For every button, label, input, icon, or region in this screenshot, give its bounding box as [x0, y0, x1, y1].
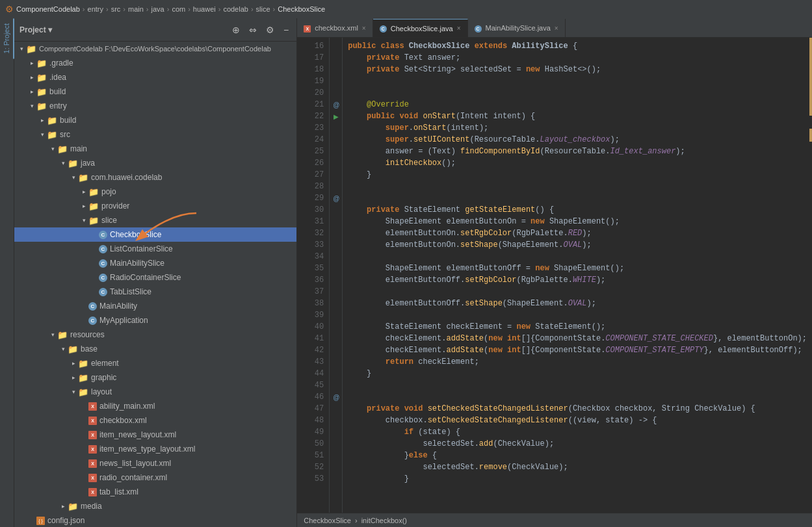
tree-item-provider[interactable]: ▸📁provider — [14, 199, 296, 213]
tree-label: provider — [101, 201, 129, 211]
tab-close-MainAbilitySlice_java[interactable]: × — [555, 25, 558, 32]
gutter-marker-51 — [330, 450, 343, 461]
gutter-marker-39 — [330, 309, 343, 321]
tree-item-idea[interactable]: ▸📁.idea — [14, 70, 296, 84]
collapse-icon[interactable]: ⇔ — [246, 23, 259, 36]
file-icon-config: { } — [36, 516, 45, 525]
code-editor[interactable]: 1617181920212223242526272829303132333435… — [297, 38, 812, 513]
tree-item-root[interactable]: ▾📁ComponentCodelab F:\DevEcoWorkSpace\co… — [14, 42, 296, 56]
tree-label: item_news_layout.xml — [99, 430, 176, 439]
tree-label: CheckboxSlice — [110, 230, 161, 239]
tree-item-pojo[interactable]: ▸📁pojo — [14, 185, 296, 199]
breadcrumb-codelab[interactable]: codelab — [223, 5, 248, 13]
line-number: 24 — [300, 134, 324, 146]
tree-label: java — [81, 159, 95, 168]
line-number: 47 — [300, 403, 324, 415]
breadcrumb-main[interactable]: main — [128, 5, 144, 13]
line-number: 38 — [300, 298, 324, 309]
tree-item-news_list_layout[interactable]: Xnews_list_layout.xml — [14, 456, 296, 470]
tree-item-element[interactable]: ▸📁element — [14, 356, 296, 370]
tree-item-entry[interactable]: ▾📁entry — [14, 99, 296, 113]
tree-label: MainAbility — [99, 302, 137, 311]
tree-item-build[interactable]: ▸📁build — [14, 84, 296, 99]
tree-item-checkbox[interactable]: Xcheckbox.xml — [14, 413, 296, 428]
locate-icon[interactable]: ⊕ — [229, 23, 242, 36]
tab-CheckboxSlice_java[interactable]: CCheckboxSlice.java× — [373, 19, 468, 37]
line-number: 28 — [300, 181, 324, 192]
tree-item-TabListSlice[interactable]: CTabListSlice — [14, 285, 296, 299]
breadcrumb-class: CheckboxSlice — [278, 5, 325, 13]
tree-item-slice[interactable]: ▾📁slice — [14, 213, 296, 227]
gutter-marker-42 — [330, 344, 343, 356]
tree-item-ListContainerSlice[interactable]: CListContainerSlice — [14, 242, 296, 256]
code-line-40: StateElement checkElement = new StateEle… — [348, 321, 807, 333]
tree-item-item_news_layout[interactable]: Xitem_news_layout.xml — [14, 428, 296, 442]
file-icon-folder: 📁 — [36, 87, 47, 97]
code-line-37 — [348, 286, 807, 298]
tree-item-com[interactable]: ▾📁com.huawei.codelab — [14, 170, 296, 185]
code-line-28 — [348, 181, 807, 192]
gutter-marker-28 — [330, 181, 343, 192]
code-content[interactable]: public class CheckboxSlice extends Abili… — [343, 38, 812, 513]
gutter-marker-27 — [330, 169, 343, 181]
tree-item-CheckboxSlice[interactable]: CCheckboxSlice — [14, 227, 296, 242]
breadcrumb-com[interactable]: com — [172, 5, 185, 13]
tab-close-CheckboxSlice_java[interactable]: × — [457, 25, 461, 32]
breadcrumb-slice[interactable]: slice — [256, 5, 270, 13]
tree-item-src[interactable]: ▾📁src — [14, 127, 296, 142]
minimize-icon[interactable]: − — [281, 23, 291, 36]
tree-label: news_list_layout.xml — [99, 459, 171, 468]
gutter-marker-52 — [330, 461, 343, 473]
tree-item-radio_container[interactable]: Xradio_container.xml — [14, 470, 296, 485]
gutter-marker-18 — [330, 64, 343, 75]
tree-item-config_json[interactable]: { }config.json — [14, 513, 296, 527]
tree-item-java[interactable]: ▾📁java — [14, 156, 296, 170]
settings-icon[interactable]: ⚙ — [263, 23, 277, 36]
line-number: 50 — [300, 438, 324, 450]
tree-arrow: ▾ — [59, 160, 68, 166]
tree-item-graphic[interactable]: ▸📁graphic — [14, 370, 296, 385]
tree-item-gradle[interactable]: ▸📁.gradle — [14, 56, 296, 70]
title-icon: ⚙ — [5, 4, 14, 14]
tree-item-media[interactable]: ▸📁media — [14, 499, 296, 513]
sep4: › — [146, 5, 149, 13]
bookmark-marker2 — [809, 129, 812, 142]
sep3: › — [123, 5, 125, 13]
breadcrumb-project[interactable]: ComponentCodelab — [16, 5, 80, 13]
tab-checkbox_xml[interactable]: Xcheckbox.xml× — [297, 19, 373, 37]
tree-item-MainAbilitySlice[interactable]: CMainAbilitySlice — [14, 256, 296, 270]
tree-item-tab_list[interactable]: Xtab_list.xml — [14, 485, 296, 499]
tree-item-main[interactable]: ▾📁main — [14, 142, 296, 156]
tree-item-ability_main[interactable]: Xability_main.xml — [14, 399, 296, 413]
gutter-marker-48 — [330, 415, 343, 426]
tab-close-checkbox_xml[interactable]: × — [362, 25, 366, 32]
line-number: 43 — [300, 356, 324, 368]
breadcrumb-huawei[interactable]: huawei — [193, 5, 216, 13]
tree-label: slice — [101, 216, 117, 225]
tree-item-resources[interactable]: ▾📁resources — [14, 328, 296, 342]
line-number: 42 — [300, 344, 324, 356]
file-icon-folder: 📁 — [47, 130, 57, 140]
tree-arrow: ▸ — [69, 374, 78, 381]
code-line-32: elementButtonOn.setRgbColor(RgbPalette.R… — [348, 227, 807, 239]
tree-item-MyApplication[interactable]: CMyApplication — [14, 313, 296, 328]
breadcrumb-entry[interactable]: entry — [88, 5, 103, 13]
tree-item-MainAbility[interactable]: CMainAbility — [14, 299, 296, 313]
tree-label: ComponentCodelab F:\DevEcoWorkSpace\code… — [39, 45, 271, 53]
line-number: 17 — [300, 52, 324, 64]
file-icon-xml: X — [88, 444, 97, 454]
breadcrumb-src[interactable]: src — [111, 5, 121, 13]
tree-item-item_news_type_layout[interactable]: Xitem_news_type_layout.xml — [14, 442, 296, 456]
tab-MainAbilitySlice_java[interactable]: CMainAbilitySlice.java× — [468, 19, 566, 37]
gutter-marker-50 — [330, 438, 343, 450]
bookmark-marker — [809, 38, 812, 116]
tree-item-entry-build[interactable]: ▸📁build — [14, 113, 296, 127]
project-tab[interactable]: 1: Project — [0, 18, 14, 58]
tree-label: MyApplication — [99, 316, 148, 325]
line-number: 39 — [300, 309, 324, 321]
breadcrumb-java[interactable]: java — [151, 5, 164, 13]
tree-item-layout[interactable]: ▾📁layout — [14, 385, 296, 399]
tree-item-base[interactable]: ▾📁base — [14, 342, 296, 356]
tree-item-RadioContainerSlice[interactable]: CRadioContainerSlice — [14, 270, 296, 285]
line-number: 30 — [300, 204, 324, 216]
